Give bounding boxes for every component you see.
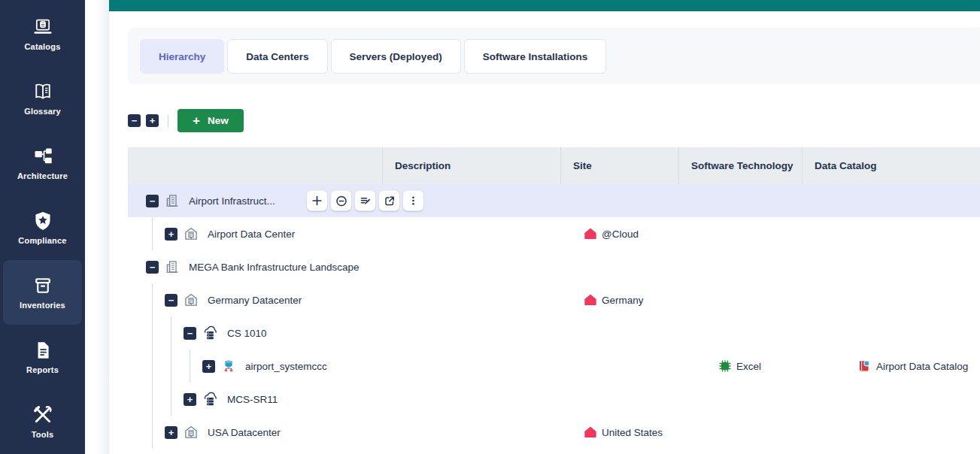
table-row[interactable]: + MCS-SR11: [128, 383, 980, 416]
datacenter-icon: [184, 292, 199, 307]
tab-hierarchy[interactable]: Hierarchy: [140, 39, 224, 74]
reports-icon: [32, 340, 53, 361]
sidebar-item-label: Compliance: [18, 236, 66, 245]
site-icon: [584, 294, 596, 306]
node-label: MEGA Bank Infrastructure Landscape: [189, 262, 360, 273]
node-label: CS 1010: [227, 328, 267, 339]
remove-button[interactable]: [331, 191, 351, 211]
sidebar-item-glossary[interactable]: Glossary: [3, 66, 82, 131]
expand-node-button[interactable]: +: [202, 360, 215, 373]
collapse-node-button[interactable]: −: [146, 261, 159, 274]
tree-cell: + MCS-SR11: [128, 383, 382, 416]
sidebar-item-label: Tools: [32, 430, 54, 439]
description-cell: [382, 250, 560, 283]
software-technology-cell: Excel: [678, 350, 802, 383]
tree-guide: [152, 383, 153, 416]
table-row[interactable]: + USA Datacenter United States: [128, 416, 980, 449]
site-cell: United States: [560, 416, 678, 449]
expand-all-button[interactable]: +: [146, 114, 159, 127]
tree-guide: [152, 350, 153, 383]
software-technology-cell: [678, 316, 802, 350]
sidebar-item-catalogs[interactable]: Catalogs: [3, 2, 82, 66]
tab-software-installations[interactable]: Software Installations: [464, 39, 607, 74]
table-row[interactable]: − MEGA Bank Infrastructure Landscape: [128, 250, 980, 283]
tree-guide: [152, 217, 153, 250]
sidebar: Catalogs Glossary Architecture: [0, 0, 85, 454]
tools-icon: [32, 404, 53, 425]
app-window: Catalogs Glossary Architecture: [0, 0, 980, 454]
site-cell: [560, 250, 678, 283]
software-technology-cell: [678, 416, 802, 449]
architecture-icon: [32, 146, 53, 167]
collapse-all-button[interactable]: −: [128, 114, 141, 127]
column-header-data-catalog: Data Catalog: [802, 147, 980, 184]
sidebar-gap: [85, 0, 109, 454]
data-catalog-cell-label: Airport Data Catalog: [876, 361, 968, 372]
table-row[interactable]: + Airport Data Center @Cloud: [128, 217, 980, 250]
tab-servers-deployed[interactable]: Servers (Deployed): [331, 39, 461, 74]
main-content: Hierarchy Data Centers Servers (Deployed…: [109, 0, 980, 454]
data-catalog-cell: [802, 316, 980, 350]
collapse-node-button[interactable]: −: [165, 294, 177, 307]
collapse-node-button[interactable]: −: [184, 327, 196, 340]
sidebar-item-label: Glossary: [24, 107, 61, 116]
new-button[interactable]: + New: [177, 109, 244, 132]
sidebar-item-reports[interactable]: Reports: [3, 325, 82, 389]
tab-bar: Hierarchy Data Centers Servers (Deployed…: [128, 28, 980, 84]
data-catalog-cell: [802, 184, 980, 217]
catalogs-icon: [32, 17, 53, 38]
expand-node-button[interactable]: +: [165, 228, 177, 241]
collapse-node-button[interactable]: −: [146, 195, 159, 207]
software-technology-cell: [678, 383, 802, 416]
description-cell: [382, 283, 560, 316]
node-label: Airport Data Center: [208, 229, 295, 240]
organization-icon: [165, 193, 180, 208]
site-cell: @Cloud: [560, 217, 678, 250]
software-technology-cell: [678, 250, 802, 283]
sidebar-item-tools[interactable]: Tools: [3, 389, 82, 454]
tree-guide: [171, 383, 171, 416]
node-label: Airport Infrastruct...: [189, 195, 275, 207]
tree-guide: [152, 283, 153, 316]
table-row[interactable]: − Airport Infrastruct...: [128, 184, 980, 217]
sidebar-item-label: Inventories: [20, 301, 65, 310]
description-cell: [382, 184, 560, 217]
expand-node-button[interactable]: +: [165, 426, 177, 439]
sidebar-item-compliance[interactable]: Compliance: [3, 195, 82, 260]
tree-guide: [190, 350, 190, 383]
inventories-icon: [32, 275, 53, 296]
software-technology-cell: [678, 184, 802, 217]
site-cell-label: United States: [602, 427, 663, 438]
data-catalog-cell: [802, 383, 980, 416]
add-child-button[interactable]: [307, 191, 327, 211]
tree-guide: [152, 416, 153, 449]
tree-cell: − MEGA Bank Infrastructure Landscape: [128, 250, 382, 283]
tree-cell: + Airport Data Center: [128, 217, 382, 250]
software-installation-icon: [221, 359, 236, 374]
tree-guide: [152, 316, 153, 350]
table-row[interactable]: − Germany Datacenter Germany: [128, 283, 980, 316]
node-label: MCS-SR11: [227, 394, 278, 405]
sidebar-item-label: Catalogs: [24, 42, 60, 51]
edit-icon: [360, 195, 372, 207]
sidebar-item-architecture[interactable]: Architecture: [3, 131, 82, 195]
node-label: USA Datacenter: [208, 427, 281, 438]
edit-button[interactable]: [355, 191, 375, 211]
table-row[interactable]: − CS 1010: [128, 316, 980, 350]
toolbar-divider: [168, 115, 168, 127]
tree-cell: − Airport Infrastruct...: [128, 184, 382, 217]
tree-guide: [171, 350, 171, 383]
column-header-software-technology: Software Technology: [678, 147, 802, 184]
deployed-server-icon: [202, 325, 218, 341]
expand-node-button[interactable]: +: [184, 393, 196, 406]
node-label: airport_systemccc: [245, 361, 327, 372]
table-row[interactable]: + airport_systemccc Excel Airport Data C…: [128, 350, 980, 383]
data-catalog-cell: Airport Data Catalog: [802, 350, 980, 383]
new-button-label: New: [208, 115, 229, 126]
tab-data-centers[interactable]: Data Centers: [227, 39, 327, 74]
top-accent-bar: [109, 0, 980, 11]
column-header-site: Site: [560, 147, 678, 184]
description-cell: [382, 383, 560, 416]
sidebar-item-inventories[interactable]: Inventories: [3, 260, 82, 325]
site-cell: [560, 184, 678, 217]
